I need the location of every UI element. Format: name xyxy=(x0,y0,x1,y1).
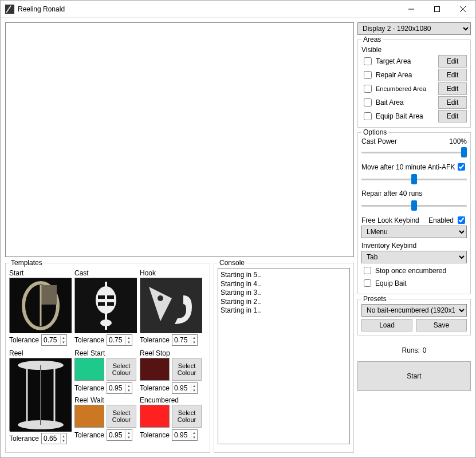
console-line: Starting in 3.. xyxy=(221,289,347,298)
equip-bait-area-label: Equip Bait Area xyxy=(376,112,436,120)
presets-group: Presets No bait-encumbered (1920x1080) L… xyxy=(357,299,471,335)
repair-slider[interactable] xyxy=(361,200,467,211)
template-encumbered-swatch[interactable] xyxy=(140,405,170,428)
tolerance-label: Tolerance xyxy=(140,384,170,392)
presets-heading: Presets xyxy=(361,295,388,303)
inventory-label: Inventory Keybind xyxy=(361,242,467,250)
template-encumbered-label: Encumbered xyxy=(140,396,202,404)
template-start-tolerance[interactable]: ▲▼ xyxy=(41,334,67,346)
areas-heading: Areas xyxy=(361,35,383,44)
template-hook-label: Hook xyxy=(140,269,202,277)
template-reel-stop-swatch[interactable] xyxy=(140,358,170,381)
anti-afk-slider[interactable] xyxy=(361,173,467,185)
titlebar: Reeling Ronald xyxy=(1,1,475,18)
template-reel-stop-tolerance[interactable]: ▲▼ xyxy=(172,382,198,394)
encumbered-area-label: Encumbered Area xyxy=(376,85,436,92)
display-select[interactable]: Display 2 - 1920x1080 xyxy=(357,22,471,35)
template-reel-stop-select-colour[interactable]: Select Colour xyxy=(172,358,202,381)
tolerance-label: Tolerance xyxy=(74,336,104,344)
cast-power-value: 100% xyxy=(449,137,467,145)
template-hook-thumb[interactable] xyxy=(140,278,202,333)
target-area-label: Target Area xyxy=(376,57,436,65)
repair-area-edit[interactable]: Edit xyxy=(438,69,467,81)
free-look-enabled-label: Enabled xyxy=(428,216,454,224)
bait-area-label: Bait Area xyxy=(376,98,436,106)
preset-select[interactable]: No bait-encumbered (1920x1080) xyxy=(361,304,467,317)
window-title: Reeling Ronald xyxy=(18,5,398,13)
console-line: Starting in 2.. xyxy=(221,298,347,307)
encumbered-area-checkbox[interactable] xyxy=(364,85,372,93)
anti-afk-label: Move after 10 minute Anti-AFK xyxy=(361,163,455,171)
target-area-checkbox[interactable] xyxy=(364,57,372,65)
template-encumbered-select-colour[interactable]: Select Colour xyxy=(172,405,202,428)
svg-rect-15 xyxy=(140,278,202,333)
minimize-button[interactable] xyxy=(398,1,424,18)
template-reel-tolerance[interactable]: ▲▼ xyxy=(41,433,67,444)
console-line: Starting in 1.. xyxy=(221,306,347,315)
template-reel-stop-label: Reel Stop xyxy=(140,349,202,357)
template-start-thumb[interactable] xyxy=(9,278,71,333)
bait-area-checkbox[interactable] xyxy=(364,98,372,106)
template-reel-start-tolerance[interactable]: ▲▼ xyxy=(107,382,132,394)
bait-area-edit[interactable]: Edit xyxy=(438,96,467,109)
close-button[interactable] xyxy=(450,1,475,18)
tolerance-label: Tolerance xyxy=(74,384,104,392)
target-area-edit[interactable]: Edit xyxy=(438,55,467,68)
template-reel-start-label: Reel Start xyxy=(74,349,136,357)
inventory-select[interactable]: Tab xyxy=(361,251,467,263)
areas-group: Areas Visible Target AreaEdit Repair Are… xyxy=(357,40,471,128)
console-line: Starting in 5.. xyxy=(221,271,347,280)
tolerance-label: Tolerance xyxy=(140,431,170,439)
templates-group: Templates Start Tolerance ▲▼ xyxy=(5,263,210,453)
equip-bait-area-checkbox[interactable] xyxy=(364,112,372,120)
free-look-label: Free Look Keybind xyxy=(361,216,419,224)
svg-rect-2 xyxy=(434,6,439,11)
options-group: Options Cast Power100% Move after 10 min… xyxy=(357,132,471,294)
anti-afk-checkbox[interactable] xyxy=(458,163,465,171)
template-start-label: Start xyxy=(9,269,71,277)
template-reel-start-select-colour[interactable]: Select Colour xyxy=(107,358,136,381)
stop-encumbered-checkbox[interactable] xyxy=(364,267,371,274)
console-output[interactable]: Starting in 5.. Starting in 4.. Starting… xyxy=(218,268,350,444)
repair-area-label: Repair Area xyxy=(376,71,436,79)
template-reel-label: Reel xyxy=(9,349,71,357)
cast-power-label: Cast Power xyxy=(361,137,397,145)
free-look-select[interactable]: LMenu xyxy=(361,226,467,238)
app-window: Reeling Ronald Templates Start xyxy=(0,0,476,458)
stop-encumbered-label: Stop once encumbered xyxy=(375,267,446,275)
app-icon xyxy=(5,5,14,14)
encumbered-area-edit[interactable]: Edit xyxy=(438,82,467,95)
runs-display: Runs: 0 xyxy=(357,344,471,356)
template-reel-thumb[interactable] xyxy=(9,358,71,431)
template-reel-wait-select-colour[interactable]: Select Colour xyxy=(107,405,136,428)
svg-point-14 xyxy=(100,319,112,326)
maximize-button[interactable] xyxy=(424,1,450,18)
template-reel-wait-tolerance[interactable]: ▲▼ xyxy=(107,429,132,441)
console-group: Console Starting in 5.. Starting in 4.. … xyxy=(214,263,354,453)
tolerance-label: Tolerance xyxy=(140,336,170,344)
template-hook-tolerance[interactable]: ▲▼ xyxy=(172,334,198,346)
equip-bait-checkbox[interactable] xyxy=(364,279,371,287)
template-reel-wait-swatch[interactable] xyxy=(74,405,104,428)
repair-area-checkbox[interactable] xyxy=(364,71,372,79)
preview-area xyxy=(5,22,354,257)
template-cast-thumb[interactable] xyxy=(74,278,136,333)
template-cast-label: Cast xyxy=(74,269,136,277)
templates-heading: Templates xyxy=(9,259,44,267)
template-reel-start-swatch[interactable] xyxy=(74,358,104,381)
template-reel-wait-label: Reel Wait xyxy=(74,396,136,404)
tolerance-label: Tolerance xyxy=(9,435,39,443)
equip-bait-area-edit[interactable]: Edit xyxy=(438,110,467,123)
visible-label: Visible xyxy=(361,46,467,54)
equip-bait-label: Equip Bait xyxy=(375,279,407,287)
start-button[interactable]: Start xyxy=(357,361,471,391)
cast-power-slider[interactable] xyxy=(361,147,467,158)
template-encumbered-tolerance[interactable]: ▲▼ xyxy=(172,429,198,441)
save-button[interactable]: Save xyxy=(416,319,467,331)
svg-point-16 xyxy=(158,295,163,301)
load-button[interactable]: Load xyxy=(361,319,412,331)
template-cast-tolerance[interactable]: ▲▼ xyxy=(107,334,132,346)
console-line: Starting in 4.. xyxy=(221,280,347,289)
free-look-enabled-checkbox[interactable] xyxy=(458,216,465,224)
options-heading: Options xyxy=(361,128,388,136)
